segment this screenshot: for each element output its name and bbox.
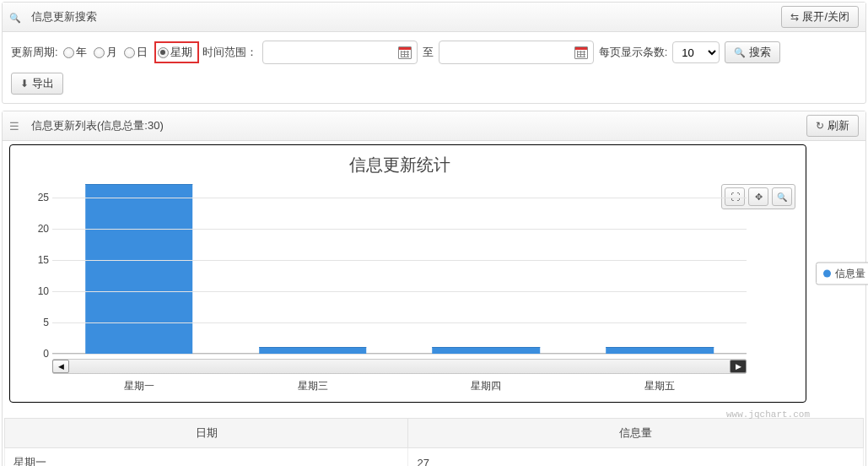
chart-ytick: 0 [25,348,49,360]
expand-icon [790,11,799,23]
refresh-button[interactable]: 刷新 [806,115,859,137]
chart-title: 信息更新统计 [52,150,747,182]
legend-marker-icon [823,270,831,278]
chart-zoom-button[interactable] [772,187,792,206]
chart-bar-slot [52,185,226,354]
search-icon [734,46,746,58]
chart-bar-slot [573,185,747,354]
date-from-input[interactable] [262,41,418,64]
table-header-count: 信息量 [408,419,864,448]
radio-month-label: 月 [106,45,117,60]
chart-hscroll[interactable]: ◀ ▶ [52,359,747,374]
chart-bar[interactable] [85,184,193,354]
radio-year-label: 年 [76,45,87,60]
list-panel-header: 信息更新列表(信息总量:30) 刷新 [3,111,865,141]
hscroll-right-button[interactable]: ▶ [730,360,747,373]
chart-ytick: 25 [25,192,49,203]
chart-xtick: 星期四 [400,379,574,393]
search-panel: 信息更新搜索 展开/关闭 更新周期: 年 月 日 星期 时间范围： [2,2,866,104]
chart-ytick: 5 [25,317,49,328]
radio-month[interactable]: 月 [94,45,117,60]
data-table: 日期 信息量 星期一27 [4,418,864,466]
legend-label: 信息量 [835,267,865,281]
export-button[interactable]: 导出 [11,73,63,95]
search-button[interactable]: 搜索 [725,41,780,63]
date-to-label: 至 [423,45,434,60]
chart-xtick: 星期五 [573,379,747,393]
search-panel-title: 信息更新搜索 [28,9,97,24]
radio-dot-icon [94,47,105,58]
refresh-icon [816,120,824,132]
radio-week-label: 星期 [170,45,192,60]
table-cell-date: 星期一 [5,448,408,467]
chart-gridline [52,229,747,230]
search-button-label: 搜索 [749,45,771,60]
chart-gridline [52,198,747,198]
chart-xtick: 星期三 [226,379,400,393]
toggle-expand-label: 展开/关闭 [802,9,849,24]
chart-gridline [52,354,747,355]
search-panel-body: 更新周期: 年 月 日 星期 时间范围： 至 每页显示条数: [3,32,865,103]
chart-legend[interactable]: 信息量 [816,263,868,285]
chart-watermark: www.jqchart.com [726,409,810,420]
chart-bar[interactable] [606,347,714,354]
download-icon [20,78,29,89]
chart-gridline [52,291,747,292]
calendar-icon [574,46,588,59]
radio-year[interactable]: 年 [63,45,87,60]
chart-bar-slot [226,185,400,354]
radio-dot-icon [158,47,169,58]
table-header-date: 日期 [5,419,408,448]
chart-gridline [52,260,747,261]
radio-dot-icon [63,47,74,58]
chart-plot: 0510152025 [52,185,747,354]
search-panel-header: 信息更新搜索 展开/关闭 [3,3,865,32]
radio-week-highlight: 星期 [154,41,199,63]
table-cell-count: 27 [408,448,864,467]
calendar-icon [398,46,412,59]
toggle-expand-button[interactable]: 展开/关闭 [781,6,859,28]
chart-xtick: 星期一 [52,379,226,393]
table-row[interactable]: 星期一27 [5,448,864,467]
chart-gridline [52,322,747,323]
radio-week[interactable]: 星期 [158,45,192,60]
hscroll-left-button[interactable]: ◀ [52,360,69,373]
time-range-label: 时间范围： [202,45,257,60]
cycle-label: 更新周期: [11,45,58,60]
per-page-select[interactable]: 10 [672,41,720,63]
chart-bar[interactable] [259,347,367,354]
per-page-label: 每页显示条数: [599,45,668,60]
move-icon [755,192,763,203]
date-to-input[interactable] [439,41,594,64]
radio-dot-icon [124,47,135,58]
chart-area: 信息更新统计 0510152025 ◀ ▶ 星期一星期三星期四星期五 [9,144,806,403]
chart-bar-slot [400,185,574,354]
chart-ytick: 20 [25,223,49,235]
chart-pan-button[interactable] [748,187,768,206]
search-icon [9,11,28,24]
chart-ytick: 10 [25,285,49,297]
chart-ytick: 15 [25,254,49,266]
refresh-button-label: 刷新 [828,118,849,133]
radio-day-label: 日 [137,45,148,60]
radio-day[interactable]: 日 [124,45,148,60]
list-panel-title: 信息更新列表(信息总量:30) [28,118,164,133]
zoom-icon [777,192,787,202]
chart-bar[interactable] [433,347,541,354]
grid-icon [9,120,28,133]
export-button-label: 导出 [32,76,54,91]
list-panel: 信息更新列表(信息总量:30) 刷新 信息更新统计 0510152025 ◀ ▶… [2,111,866,466]
